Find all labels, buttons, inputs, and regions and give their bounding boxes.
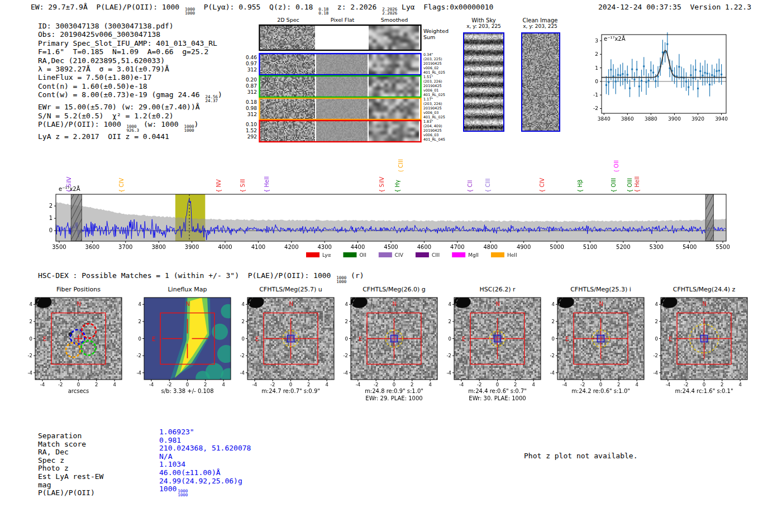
stacked-fraction: 2.20262.2026 xyxy=(382,7,397,15)
cutout-ewr-g: EWr: 29. PLAE: 1000 xyxy=(340,395,449,401)
fiber-weight-labels: 0.101.52292 xyxy=(246,122,257,140)
stacked-fraction: 24.5624.37 xyxy=(205,95,218,103)
header-meta: 2024-12-24 00:37:35 Version 1.22.3 xyxy=(559,3,751,11)
cutout-xlabel-map: s/b: 3.38 +/- 0.108 xyxy=(133,388,242,394)
match-row-label: RA, Dec xyxy=(38,448,103,457)
u-band-cutout xyxy=(235,296,337,390)
line-fit-plot xyxy=(578,25,740,134)
stacked-fraction: 10001000 xyxy=(184,124,194,132)
cutout-ewr-r: EWr: 30. PLAE: 1000 xyxy=(443,395,552,401)
cutout-xlabel-g: m:24.8 re:0.9" s:1.0" xyxy=(340,388,449,394)
fiber-weight-labels: 0.180.98312 xyxy=(246,99,257,118)
cutout-xlabel-i: m:24.2 re:0.6" s:1.0" xyxy=(546,388,655,394)
cutout-xlabel-r: m:24.4 re:0.6" s:0.7" xyxy=(443,388,552,394)
match-row-value: N/A xyxy=(159,453,251,461)
info-line: Primary Spec_Slot_IFU_AMP: 401_013_043_R… xyxy=(38,39,222,47)
match-row-label: Spec z xyxy=(38,457,103,465)
cutout-title-r-band: HSC(26.2) r xyxy=(449,286,546,293)
cutout-title-u-band: CFHTLS/Meg(25.7) u xyxy=(242,286,340,293)
info-line: λ = 3892.27Å σ = 3.01(±0.79)Å xyxy=(38,65,222,73)
clean-image xyxy=(521,32,560,132)
match-row-value: 1.1034 xyxy=(159,461,251,469)
fiber-weight-labels: 0.460.97312 xyxy=(246,55,257,73)
fiber-detail-labels: 1.17"(203, 226)20190425v006_03401_RL_025 xyxy=(423,98,445,120)
cutout-xlabel-fiber: arcsecs xyxy=(24,388,133,394)
info-line: LineFlux = 7.50(±1.80)e-17 xyxy=(38,73,222,82)
weighted-sum-label: WeightedSum xyxy=(423,28,449,40)
info-line: EWr = 15.00(±5.70) (w: 29.00(±7.40))Å xyxy=(38,103,222,111)
match-row-label: Separation xyxy=(38,432,103,440)
info-line: P(LAE)/P(OII): 1000 1000926.3 (w: 1000 1… xyxy=(38,120,222,132)
info-line: Cont(w) = 8.00(±0.73)e-19 (gmag 24.46 24… xyxy=(38,90,222,103)
info-line: Obs: 20190425v006_3003047138 xyxy=(38,30,222,39)
with-sky-title: With Sky x, y: 203, 225 xyxy=(456,17,512,29)
match-row-label: mag xyxy=(38,481,103,490)
fiber-weight-labels: 0.200.87312 xyxy=(246,77,257,95)
match-row-label: P(LAE)/P(OII) xyxy=(38,489,103,497)
match-row-label: Photo z xyxy=(38,464,103,473)
match-row-value: 100010001000 xyxy=(159,485,251,497)
spec2d-col-title-2dspec: 2D Spec xyxy=(268,17,309,23)
spec2d-cutout-grid xyxy=(259,24,422,143)
stacked-fraction: 10001000 xyxy=(178,489,188,497)
fiber-detail-labels: 1.51"(203, 226)20190425v006_01401_RL_025 xyxy=(423,75,445,98)
info-line: Cont(n) = 1.60(±0.50)e-18 xyxy=(38,82,222,90)
stacked-fraction: 0.180.18 xyxy=(318,7,328,15)
with-sky-image xyxy=(463,32,504,132)
catalog-match-summary: HSC-DEX : Possible Matches = 1 (within +… xyxy=(38,271,364,284)
info-line: F=1.6" T=0.185 N=1.09 A=0.66 g=25.2 xyxy=(38,47,222,56)
fiber-detail-labels: 0.34"(203, 225)20190425v006_02401_RL_025 xyxy=(423,53,445,75)
match-row-value: 1.06923" xyxy=(159,428,251,437)
match-detail-values: 1.06923"0.981210.024368, 51.620078N/A1.1… xyxy=(159,428,251,497)
fiber-positions-cutout xyxy=(23,296,125,390)
info-line: LyA z = 2.2017 OII z = 0.0441 xyxy=(38,132,222,141)
cutout-xlabel-z: m:24.4 rc:1.6" s:0.1" xyxy=(650,388,759,394)
info-line: RA,Dec (210.023895,51.620033) xyxy=(38,56,222,65)
spec2d-col-title-smoothed: Smoothed xyxy=(373,17,416,23)
cutout-title-i-band: CFHTLS/Meg(25.3) i xyxy=(552,286,650,293)
match-detail-labels: SeparationMatch scoreRA, DecSpec zPhoto … xyxy=(38,432,103,497)
cutout-title-z-band: CFHTLS/Meg(24.4) z xyxy=(655,286,753,293)
spec2d-col-title-pixelflat: Pixel Flat xyxy=(321,17,364,23)
cutout-xlabel-u: m:24.7 re:0.7" s:0.9" xyxy=(236,388,345,394)
match-row-value: 46.00(±11.00)Å xyxy=(159,469,251,477)
cutout-title-lineflux-map: Lineflux Map xyxy=(139,286,236,293)
phot-z-note: Phot z plot not available. xyxy=(524,452,638,460)
stacked-fraction: 10001000 xyxy=(336,276,346,284)
fiber-detail-labels: 1.83"(204, 409)20190425v006_03401_RL_045 xyxy=(423,120,445,142)
detection-info: ID: 3003047138 (3003047138.pdf)Obs: 2019… xyxy=(38,22,222,141)
lineflux-map-cutout xyxy=(132,296,233,390)
info-line: ID: 3003047138 (3003047138.pdf) xyxy=(38,22,222,30)
i-band-cutout xyxy=(545,296,647,390)
stacked-fraction: 1000926.3 xyxy=(127,124,140,132)
stacked-fraction: 10001000 xyxy=(185,7,195,15)
info-line: S/N = 5.2(±0.5) χ² = 1.2(±0.2) xyxy=(38,112,222,120)
header-summary: EW: 29.7±7.9Å P(LAE)/P(OII): 1000 100010… xyxy=(31,3,493,15)
clean-image-title: Clean Image x, y: 203, 225 xyxy=(514,17,566,29)
z-band-cutout xyxy=(649,296,750,390)
match-row-label: Est LyA rest-EW xyxy=(38,473,103,481)
cutout-title-g-band: CFHTLS/Meg(26.0) g xyxy=(345,286,443,293)
cutout-title-fiber-positions: Fiber Positions xyxy=(30,286,127,293)
version-label: Version 1.22.3 xyxy=(690,3,751,11)
match-row-value: 24.99(24.92,25.06)g xyxy=(159,477,251,486)
lae-detection-report: EW: 29.7±7.9Å P(LAE)/P(OII): 1000 100010… xyxy=(0,0,782,532)
r-band-cutout xyxy=(442,296,543,390)
full-spectrum-plot xyxy=(31,148,751,260)
timestamp: 2024-12-24 00:37:35 xyxy=(598,3,681,11)
match-row-value: 0.981 xyxy=(159,437,251,445)
match-row-value: 210.024368, 51.620078 xyxy=(159,444,251,453)
g-band-cutout xyxy=(338,296,440,390)
match-row-label: Match score xyxy=(38,440,103,449)
